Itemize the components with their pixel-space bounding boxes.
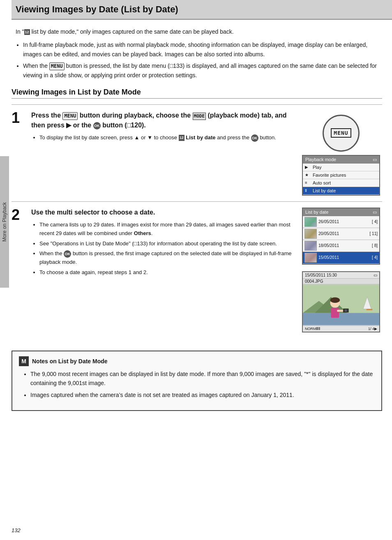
notes-bullet-2: Images captured when the camera’s date i… (30, 390, 375, 399)
list-icon: 12 (24, 29, 30, 35)
playback-screen: 15/05/2011 15:30 ▭ 0004.JPG (302, 271, 380, 332)
notes-icon: M (19, 356, 29, 366)
step-2-number: 2 (12, 208, 26, 222)
playback-footer: NORMⅢⅡ 1/ 4▶ (303, 325, 379, 332)
list-by-date-bold: List by date (186, 134, 215, 141)
step-1-content: Press the MENU button during playback, c… (31, 111, 300, 144)
list-by-date-screen-title: List by date ▭ (303, 208, 379, 216)
screen-item-autosort: ≡ Auto sort (303, 179, 379, 187)
intro-bullet-1: In full-frame playback mode, just as wit… (23, 40, 382, 59)
intro-text: In "12 list by date mode," only images c… (12, 27, 382, 36)
listbydate-icon: Ⅱ (305, 188, 307, 193)
step-2-bullet-1: The camera lists up to 29 dates. If imag… (39, 221, 296, 238)
date-thumb-1 (304, 217, 317, 227)
date-count-4: [ 4] (372, 255, 378, 260)
list-by-date-screen: List by date ▭ 26/05/2011 [ 4] 20/05/201… (302, 208, 380, 265)
page-content: In "12 list by date mode," only images c… (12, 27, 382, 427)
playback-quality: NORMⅢⅡ (305, 327, 321, 331)
step-2-bullets: The camera lists up to 29 dates. If imag… (39, 221, 296, 277)
notes-title: Notes on List by Date Mode (32, 358, 108, 365)
page-title: Viewing Images by Date (List by Date) (16, 4, 385, 15)
notes-box: M Notes on List by Date Mode The 9,000 m… (12, 351, 382, 411)
ok-btn-3: OK (64, 250, 71, 258)
svg-rect-3 (303, 313, 379, 325)
playback-image-svg (303, 284, 379, 325)
step-2-image: List by date ▭ 26/05/2011 [ 4] 20/05/201… (300, 208, 382, 332)
playback-header-right: ▭ (374, 273, 377, 277)
notes-bullets: The 9,000 most recent images can be disp… (30, 369, 375, 399)
date-thumb-4 (304, 253, 317, 263)
ok-btn-2: OK (251, 134, 258, 142)
date-count-2: [ 11] (370, 231, 378, 236)
side-tab-label: More on Playback (2, 202, 7, 242)
battery-icon: ▭ (373, 157, 377, 162)
menu-button-illustration: MENU (323, 115, 360, 152)
svg-rect-8 (331, 308, 339, 318)
step-1-title: Press the MENU button during playback, c… (31, 111, 296, 130)
step-1-bullets: To display the list by date screen, pres… (39, 134, 296, 142)
list-row-4-selected: 15/05/2011 [ 4] (303, 252, 379, 264)
page-number: 132 (12, 527, 21, 533)
date-thumb-3 (304, 241, 317, 251)
list-row-3: 18/05/2011 [ 8] (303, 240, 379, 252)
screen-item-play: ▶ Play (303, 164, 379, 171)
side-tab: More on Playback (0, 156, 9, 288)
date-count-3: [ 8] (372, 243, 378, 248)
menu-button-label: MENU (331, 128, 351, 138)
mode-icon: MODE (193, 113, 206, 120)
step-1-image: MENU Playback mode ▭ ▶ Play ★ Favorite p… (300, 111, 382, 196)
screen-item-autosort-label: Auto sort (313, 180, 331, 185)
playback-frame-count: 1/ 4▶ (368, 327, 377, 331)
svg-point-11 (345, 309, 347, 312)
playback-image-area (303, 284, 379, 325)
step-2: 2 Use the multi selector to choose a dat… (12, 201, 382, 338)
list-row-1: 26/05/2011 [ 4] (303, 216, 379, 228)
notes-header: M Notes on List by Date Mode (19, 356, 375, 366)
page-header: Viewing Images by Date (List by Date) (12, 0, 392, 20)
playback-datetime: 15/05/2011 15:30 (305, 273, 337, 277)
step-2-bullet-2: See "Operations in List by Date Mode" (□… (39, 240, 296, 248)
screen-item-listbydate: Ⅱ List by date (303, 187, 379, 195)
menu-kbd: MENU (49, 62, 65, 70)
step-2-content: Use the multi selector to choose a date.… (31, 208, 300, 279)
playback-mode-screen: Playback mode ▭ ▶ Play ★ Favorite pictur… (302, 155, 380, 196)
svg-point-7 (330, 297, 340, 303)
menu-kbd-1: MENU (62, 112, 78, 120)
screen-item-favorite: ★ Favorite pictures (303, 171, 379, 179)
step-1: 1 Press the MENU button during playback,… (12, 104, 382, 201)
play-icon: ▶ (305, 165, 308, 169)
notes-bullet-1: The 9,000 most recent images can be disp… (30, 369, 375, 388)
favorite-icon: ★ (305, 173, 309, 177)
intro-bullet-2: When the MENU button is pressed, the lis… (23, 61, 382, 80)
playback-filename: 0004.JPG (303, 279, 379, 284)
playback-header: 15/05/2011 15:30 ▭ (303, 272, 379, 279)
others-bold: Others (134, 230, 151, 236)
screen-item-listbydate-label: List by date (313, 188, 336, 193)
date-info-1: 26/05/2011 (318, 219, 370, 224)
step-1-number: 1 (12, 111, 26, 125)
screen-item-play-label: Play (313, 165, 321, 170)
intro-bullets: In full-frame playback mode, just as wit… (23, 40, 382, 80)
step-2-bullet-3: When the OK button is pressed, the first… (39, 249, 296, 267)
step-2-bullet-4: To choose a date again, repeat steps 1 a… (39, 268, 296, 277)
svg-rect-5 (367, 309, 373, 310)
date-count-1: [ 4] (372, 219, 378, 224)
step-1-bullet-1: To display the list by date screen, pres… (39, 134, 296, 142)
list-icon-2: 12 (179, 135, 184, 141)
screen-item-favorite-label: Favorite pictures (313, 173, 346, 178)
date-info-3: 18/05/2011 (318, 243, 370, 248)
date-thumb-2 (304, 229, 317, 239)
section-heading: Viewing Images in List by Date Mode (12, 88, 382, 99)
date-info-2: 20/05/2011 (318, 231, 368, 236)
ok-btn-1: OK (93, 122, 101, 129)
screen-title-1: Playback mode ▭ (303, 156, 379, 164)
autosort-icon: ≡ (305, 180, 307, 185)
date-info-4: 15/05/2011 (318, 255, 370, 260)
list-row-2: 20/05/2011 [ 11] (303, 228, 379, 240)
list-battery-icon: ▭ (373, 210, 377, 215)
step-2-title: Use the multi selector to choose a date. (31, 208, 296, 217)
